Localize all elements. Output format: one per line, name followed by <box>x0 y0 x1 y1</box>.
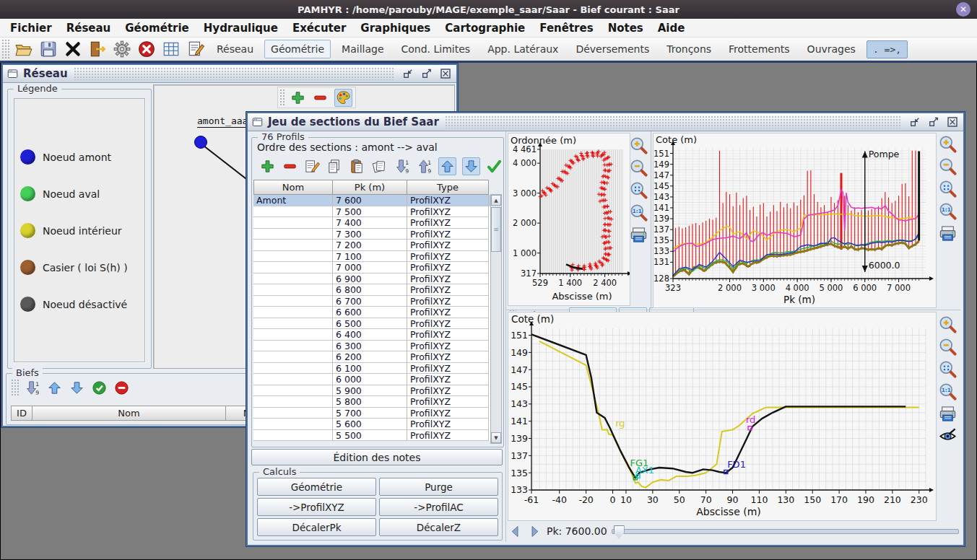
calc-button--profilxyz[interactable]: ->ProfilXYZ <box>257 498 376 516</box>
remove-icon[interactable] <box>282 158 298 175</box>
table-cell[interactable]: ProfilXYZ <box>407 341 489 352</box>
scroll-up-icon[interactable]: ▲ <box>491 195 501 206</box>
print-icon[interactable] <box>938 404 958 424</box>
table-row[interactable]: 6 100ProfilXYZ <box>253 363 500 375</box>
table-cell[interactable] <box>253 284 333 296</box>
save-icon[interactable] <box>39 40 58 58</box>
table-row[interactable]: 7 000ProfilXYZ <box>253 262 500 274</box>
zoom-out-icon[interactable] <box>629 158 648 178</box>
long-profile-plot[interactable]: Cote (m)15114914714514314113913713513313… <box>653 133 937 308</box>
edit-icon[interactable] <box>304 158 321 175</box>
table-cell[interactable] <box>253 329 333 341</box>
table-cell[interactable] <box>253 374 333 385</box>
enable-icon[interactable] <box>91 380 108 396</box>
table-cell[interactable] <box>253 274 333 285</box>
stop-icon[interactable] <box>137 40 156 58</box>
table-row[interactable]: 7 100ProfilXYZ <box>253 251 500 263</box>
table-cell[interactable]: ProfilXYZ <box>407 262 489 274</box>
toolbar-button-d-versements[interactable]: Déversements <box>569 40 656 58</box>
zoom-out-icon[interactable] <box>938 337 958 356</box>
table-cell[interactable]: ProfilXYZ <box>407 430 489 442</box>
close-icon[interactable] <box>945 115 960 128</box>
table-cell[interactable] <box>253 396 333 408</box>
delete-icon[interactable] <box>64 40 82 58</box>
table-row[interactable]: 6 600ProfilXYZ <box>253 307 500 318</box>
menu-cartographie[interactable]: Cartographie <box>438 20 532 36</box>
table-cell[interactable]: ProfilXYZ <box>407 274 489 285</box>
calc-button-g-om-trie[interactable]: Géométrie <box>257 478 376 496</box>
table-cell[interactable] <box>253 341 333 352</box>
zoom-one-icon[interactable]: 1:1 <box>938 382 958 401</box>
toolbar-grip[interactable] <box>11 379 19 396</box>
table-cell[interactable]: ProfilXYZ <box>407 229 489 240</box>
scroll-down-icon[interactable]: ▼ <box>491 432 501 443</box>
table-row[interactable]: 5 500ProfilXYZ <box>253 430 500 442</box>
menu-ex-cuter[interactable]: Exécuter <box>285 20 353 36</box>
table-cell[interactable]: 5 800 <box>333 396 407 408</box>
table-row[interactable]: 7 200ProfilXYZ <box>253 240 500 251</box>
table-row[interactable]: 6 700ProfilXYZ <box>253 296 500 307</box>
sort-asc-icon[interactable]: 19 <box>416 158 433 175</box>
table-cell[interactable]: 7 300 <box>333 229 407 240</box>
sections-column-header[interactable]: Nom <box>253 180 333 195</box>
table-cell[interactable] <box>253 217 333 229</box>
add-icon[interactable] <box>259 158 276 175</box>
menu-r-seau[interactable]: Réseau <box>59 20 118 36</box>
minimize-icon[interactable] <box>401 67 415 80</box>
table-row[interactable]: 6 800ProfilXYZ <box>253 284 500 296</box>
toolbar-grip[interactable] <box>1 39 10 59</box>
toolbar-button-app-lat-raux[interactable]: App. Latéraux <box>481 40 565 58</box>
table-cell[interactable]: 7 200 <box>333 240 407 251</box>
table-row[interactable]: 7 400ProfilXYZ <box>253 217 500 229</box>
scrollbar-thumb[interactable] <box>491 207 501 252</box>
maximize-icon[interactable] <box>926 115 941 128</box>
zoom-one-icon[interactable]: 1:1 <box>938 201 958 221</box>
table-cell[interactable]: ProfilXYZ <box>407 408 489 419</box>
edit-notes-button[interactable]: Édition des notes <box>251 449 503 465</box>
plan-view-plot[interactable]: Ordonnée (m)4 4614 0003 0002 0001 000317… <box>508 133 630 306</box>
table-cell[interactable] <box>253 229 333 240</box>
table-cell[interactable]: 7 100 <box>333 251 407 263</box>
table-cell[interactable] <box>253 206 333 218</box>
menu-fichier[interactable]: Fichier <box>3 20 59 36</box>
table-row[interactable]: 6 500ProfilXYZ <box>253 318 500 330</box>
open-folder-icon[interactable] <box>14 40 33 58</box>
table-cell[interactable]: ProfilXYZ <box>407 284 489 296</box>
paste-icon[interactable] <box>349 158 365 175</box>
apply-icon[interactable] <box>486 158 503 175</box>
table-grid-icon[interactable] <box>162 40 181 58</box>
close-icon[interactable]: ✕ <box>956 2 971 17</box>
toolbar-button-ouvrages[interactable]: Ouvrages <box>801 40 862 58</box>
disable-icon[interactable] <box>113 380 130 396</box>
table-row[interactable]: 6 300ProfilXYZ <box>253 341 500 352</box>
table-row[interactable]: 5 700ProfilXYZ <box>253 408 500 419</box>
table-cell[interactable] <box>253 296 333 307</box>
toolbar-button-maillage[interactable]: Maillage <box>335 40 390 58</box>
sections-scrollbar[interactable]: ▲ ▼ <box>490 194 502 444</box>
table-cell[interactable]: ProfilXYZ <box>407 296 489 307</box>
biefs-column-header[interactable]: ID <box>11 406 32 421</box>
menu-g-om-trie[interactable]: Géométrie <box>118 20 196 36</box>
zoom-in-icon[interactable] <box>938 315 958 334</box>
zoom-fit-icon[interactable] <box>938 359 958 379</box>
table-cell[interactable] <box>253 419 333 430</box>
biefs-column-header[interactable]: Nom <box>32 406 226 421</box>
table-cell[interactable]: 7 500 <box>333 206 407 218</box>
table-cell[interactable]: ProfilXYZ <box>407 329 489 341</box>
print-icon[interactable] <box>938 224 958 243</box>
table-cell[interactable]: 7 600 <box>333 195 407 206</box>
menu-fen-tres[interactable]: Fenêtres <box>532 20 600 36</box>
table-row[interactable]: 7 300ProfilXYZ <box>253 229 500 240</box>
toolbar-button-g-om-trie[interactable]: Géométrie <box>264 40 331 58</box>
menu-hydraulique[interactable]: Hydraulique <box>196 20 285 36</box>
upstream-node[interactable] <box>195 136 207 149</box>
table-cell[interactable] <box>253 430 333 442</box>
table-cell[interactable]: ProfilXYZ <box>407 318 489 330</box>
table-cell[interactable] <box>253 318 333 330</box>
next-profile-icon[interactable] <box>527 524 542 539</box>
sheets-icon[interactable] <box>371 158 388 175</box>
toolbar-button-tron-ons[interactable]: Tronçons <box>660 40 718 58</box>
table-cell[interactable]: 6 700 <box>333 296 407 307</box>
table-cell[interactable] <box>253 351 333 363</box>
table-cell[interactable]: 6 800 <box>333 284 407 296</box>
